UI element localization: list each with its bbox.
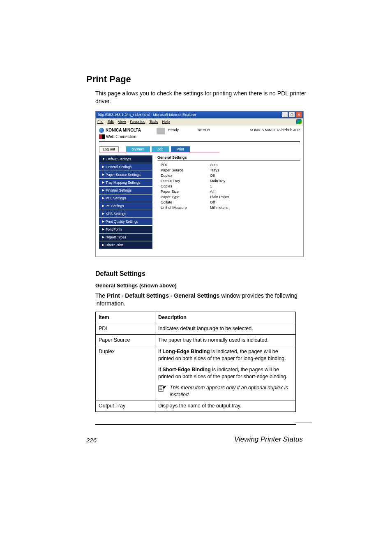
footer-section-title: Viewing Printer Status: [234, 435, 303, 444]
cell-item: Output Tray: [96, 400, 155, 412]
divider-bar: [99, 152, 300, 153]
chevron-right-icon: ▶: [102, 243, 104, 247]
menu-view[interactable]: View: [118, 120, 126, 124]
printer-icon: [157, 128, 165, 134]
ie-logo-icon: [296, 119, 302, 124]
chevron-right-icon: ▶: [102, 181, 104, 184]
setting-row: PDLAuto: [157, 163, 300, 167]
sidebar-item-default-settings[interactable]: ▼Default Settings: [99, 155, 152, 163]
status-ready-label: Ready: [168, 128, 179, 132]
table-row: Output Tray Displays the name of the out…: [96, 400, 296, 412]
setting-row: Unit of MeasureMillimeters: [157, 206, 300, 210]
sidebar-item-finisher-settings[interactable]: ▶Finisher Settings: [99, 187, 152, 194]
setting-row: Paper SizeA4: [157, 190, 300, 194]
cell-desc: Indicates default language to be selecte…: [155, 323, 296, 335]
brand-text: KONICA MINOLTA: [106, 128, 141, 132]
intro-text: This page allows you to check the settin…: [95, 90, 312, 105]
table-row: Duplex If Long-Edge Binding is indicated…: [96, 346, 296, 400]
table-row: Paper Source The paper tray that is norm…: [96, 335, 296, 346]
sidebar-item-xps-settings[interactable]: ▶XPS Settings: [99, 210, 152, 217]
sidebar-item-report-types[interactable]: ▶Report Types: [99, 234, 152, 241]
cell-desc: Displays the name of the output tray.: [155, 400, 296, 412]
settings-table: Item Description PDL Indicates default l…: [95, 312, 296, 412]
cell-item: PDL: [96, 323, 155, 335]
cell-desc: The paper tray that is normally used is …: [155, 335, 296, 346]
panel-heading: General Settings: [157, 155, 300, 161]
sidebar-item-print-quality-settings[interactable]: ▶Print Quality Settings: [99, 218, 152, 225]
sidebar-item-ps-settings[interactable]: ▶PS Settings: [99, 202, 152, 210]
window-titlebar: http://192.168.1.2/m_index.html - Micros…: [96, 111, 303, 118]
brand-dot-icon: [99, 128, 104, 133]
tab-system[interactable]: System: [126, 146, 150, 152]
sidebar-item-pcl-settings[interactable]: ▶PCL Settings: [99, 194, 152, 202]
general-settings-subheading: General Settings (shown above): [95, 282, 312, 289]
status-ready-caps: READY: [198, 128, 210, 132]
cell-item: Paper Source: [96, 335, 155, 346]
sidebar-item-paper-source-settings[interactable]: ▶Paper Source Settings: [99, 171, 152, 178]
page-title: Print Page: [86, 74, 312, 85]
chevron-right-icon: ▶: [102, 197, 104, 200]
chevron-right-icon: ▶: [102, 236, 104, 239]
chevron-right-icon: ▶: [102, 204, 104, 208]
menu-file[interactable]: File: [97, 120, 104, 124]
menu-edit[interactable]: Edit: [108, 120, 114, 124]
pagescope-icon: [99, 134, 105, 139]
note-icon: [158, 385, 167, 398]
window-title: http://192.168.1.2/m_index.html - Micros…: [98, 113, 282, 117]
model-text: KONICA MINOLTA bizhub 40P: [250, 128, 300, 132]
svg-rect-0: [159, 386, 163, 391]
setting-row: Paper TypePlain Paper: [157, 195, 300, 199]
tab-print[interactable]: Print: [171, 146, 190, 152]
table-header-description: Description: [155, 312, 296, 323]
settings-panel: General Settings PDLAuto Paper SourceTra…: [156, 155, 300, 249]
browser-window: http://192.168.1.2/m_index.html - Micros…: [95, 111, 304, 257]
page-number: 226: [86, 437, 97, 444]
setting-row: CollateOff: [157, 200, 300, 204]
chevron-right-icon: ▶: [102, 228, 104, 231]
chevron-right-icon: ▶: [102, 173, 104, 176]
sidebar-item-font-form[interactable]: ▶Font/Form: [99, 226, 152, 233]
setting-row: Paper SourceTray1: [157, 168, 300, 172]
cell-desc: If Long-Edge Binding is indicated, the p…: [155, 346, 296, 400]
minimize-button[interactable]: _: [282, 112, 288, 118]
sidebar: ▼Default Settings ▶General Settings ▶Pap…: [99, 155, 152, 249]
tab-job[interactable]: Job: [152, 146, 169, 152]
default-settings-heading: Default Settings: [95, 270, 312, 278]
browser-menubar: File Edit View Favorites Tools Help: [96, 118, 303, 125]
sidebar-item-general-settings[interactable]: ▶General Settings: [99, 163, 152, 171]
menu-tools[interactable]: Tools: [149, 120, 158, 124]
close-button[interactable]: ×: [296, 112, 302, 118]
sidebar-item-tray-mapping-settings[interactable]: ▶Tray Mapping Settings: [99, 179, 152, 186]
collapse-down-icon: ▼: [102, 157, 105, 161]
logout-button[interactable]: Log out: [99, 146, 119, 152]
maximize-button[interactable]: □: [289, 112, 295, 118]
chevron-right-icon: ▶: [102, 189, 104, 192]
brand-logo: KONICA MINOLTA: [99, 128, 157, 133]
table-row: PDL Indicates default language to be sel…: [96, 323, 296, 335]
table-header-item: Item: [96, 312, 155, 323]
setting-row: Output TrayMainTray: [157, 179, 300, 183]
chevron-right-icon: ▶: [102, 220, 104, 223]
section-paragraph: The Print - Default Settings - General S…: [95, 292, 312, 308]
chevron-right-icon: ▶: [102, 212, 104, 215]
sidebar-item-direct-print[interactable]: ▶Direct Print: [99, 241, 152, 249]
chevron-right-icon: ▶: [102, 165, 104, 169]
note-text: This menu item appears only if an option…: [170, 384, 293, 398]
setting-row: Copies1: [157, 184, 300, 188]
setting-row: DuplexOff: [157, 173, 300, 178]
cell-item: Duplex: [96, 346, 155, 400]
menu-favorites[interactable]: Favorites: [130, 120, 145, 124]
menu-help[interactable]: Help: [162, 120, 170, 124]
web-connection-text: Web Connection: [106, 134, 136, 139]
